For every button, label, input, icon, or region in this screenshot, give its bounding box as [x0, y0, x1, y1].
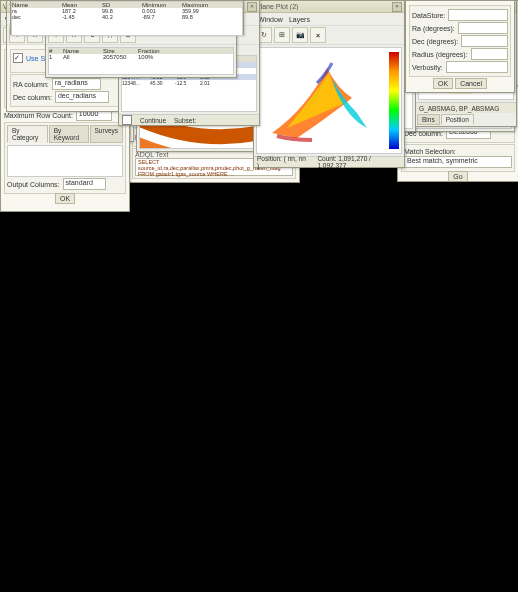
go-button[interactable]: Go: [448, 171, 467, 181]
datastore-window[interactable]: DataStore: Ra (degrees): Dec (degrees): …: [405, 0, 515, 93]
stats-window[interactable]: Name Mean SD Minimum Maximum ra187.299.8…: [10, 0, 244, 35]
cancel-button[interactable]: Cancel: [455, 78, 487, 89]
ok-button[interactable]: OK: [433, 78, 453, 89]
color-plot[interactable]: Plane Plot (2)× WindowLayers ↻⊞📷× Positi…: [253, 0, 405, 168]
rainbow-canvas[interactable]: [256, 47, 402, 154]
ok-button[interactable]: OK: [55, 193, 75, 204]
close-icon[interactable]: ×: [310, 27, 326, 43]
